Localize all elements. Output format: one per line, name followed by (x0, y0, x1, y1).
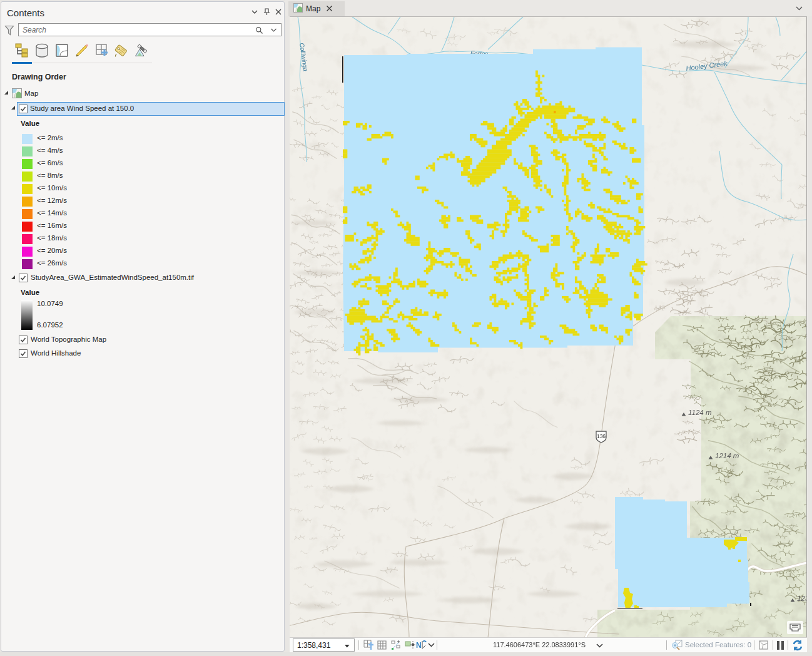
svg-text:1124 m: 1124 m (688, 409, 712, 416)
svg-text:136: 136 (597, 433, 606, 439)
svg-text:1230: 1230 (797, 595, 807, 602)
svg-text:N: N (416, 641, 422, 650)
svg-text:1214 m: 1214 m (715, 452, 739, 459)
